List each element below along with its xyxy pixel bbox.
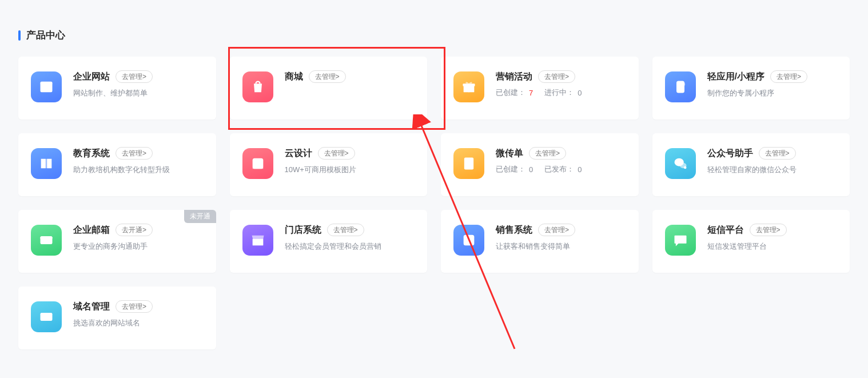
card-desc: 10W+可商用模板图片	[285, 164, 415, 176]
not-opened-badge: 未开通	[184, 210, 216, 223]
card-flyer[interactable]: 微传单 去管理> 已创建： 0 已发布： 0	[441, 133, 639, 196]
card-title: 企业网站	[73, 71, 110, 83]
card-marketing[interactable]: 营销活动 去管理> 已创建： 7 进行中： 0	[441, 57, 639, 120]
card-title: 门店系统	[285, 224, 321, 236]
card-domain[interactable]: W.= 域名管理 去管理> 挑选喜欢的网站域名	[18, 287, 216, 349]
card-title: 营销活动	[496, 71, 532, 83]
svg-rect-21	[465, 237, 472, 238]
envelope-icon	[31, 225, 62, 256]
section-title: 产品中心	[18, 29, 850, 42]
open-button[interactable]: 去开通>	[116, 224, 153, 236]
card-title: 轻应用/小程序	[707, 71, 765, 83]
card-enterprise-site[interactable]: 企业网站 去管理> 网站制作、维护都简单	[18, 57, 216, 120]
manage-button[interactable]: 去管理>	[538, 70, 575, 83]
card-title: 销售系统	[496, 224, 532, 236]
miniapp-icon	[665, 71, 696, 102]
card-mall[interactable]: 商城 去管理>	[230, 57, 428, 120]
stat-created-label: 已创建：	[496, 164, 525, 174]
card-desc: 助力教培机构数字化转型升级	[73, 164, 204, 176]
svg-point-18	[683, 166, 686, 169]
image-icon	[242, 148, 273, 179]
wechat-icon	[665, 148, 696, 179]
manage-button[interactable]: 去管理>	[327, 224, 364, 236]
card-stats: 已创建： 0 已发布： 0	[496, 164, 626, 174]
card-desc: 网站制作、维护都简单	[73, 87, 204, 99]
card-title: 云设计	[285, 148, 312, 160]
card-title: 教育系统	[73, 148, 110, 160]
card-email[interactable]: 未开通 企业邮箱 去开通> 更专业的商务沟通助手	[18, 210, 216, 273]
card-desc: 轻松搞定会员管理和会员营销	[285, 241, 415, 252]
svg-rect-24	[677, 238, 684, 240]
domain-icon: W.=	[31, 301, 62, 332]
svg-rect-13	[466, 160, 471, 161]
card-store[interactable]: 门店系统 去管理> 轻松搞定会员管理和会员营销	[230, 210, 428, 273]
manage-button[interactable]: 去管理>	[538, 224, 575, 236]
list-icon	[453, 225, 484, 256]
manage-button[interactable]: 去管理>	[318, 147, 355, 160]
svg-rect-14	[466, 162, 471, 164]
product-grid: 企业网站 去管理> 网站制作、维护都简单 商城 去管理>	[18, 57, 850, 349]
card-desc: 挑选喜欢的网站域名	[73, 317, 204, 329]
shopping-bag-icon	[242, 71, 273, 102]
manage-button[interactable]: 去管理>	[529, 147, 566, 160]
flyer-icon	[453, 148, 484, 179]
card-title: 域名管理	[73, 301, 110, 313]
svg-point-2	[42, 83, 43, 84]
manage-button[interactable]: 去管理>	[750, 224, 787, 236]
stat-created-value: 7	[529, 89, 533, 97]
card-sales[interactable]: 销售系统 去管理> 让获客和销售变得简单	[441, 210, 639, 273]
svg-rect-9	[46, 159, 47, 168]
manage-button[interactable]: 去管理>	[116, 300, 153, 313]
card-sms[interactable]: 短信平台 去管理> 短信发送管理平台	[652, 210, 850, 273]
card-title: 商城	[285, 71, 303, 83]
svg-text:W.=: W.=	[42, 315, 51, 320]
card-desc: 轻松管理自家的微信公众号	[707, 164, 838, 176]
gift-icon	[453, 71, 484, 102]
svg-point-3	[43, 83, 45, 84]
card-desc: 更专业的商务沟通助手	[73, 241, 204, 252]
svg-point-11	[254, 160, 257, 163]
card-wechat-helper[interactable]: 公众号助手 去管理> 轻松管理自家的微信公众号	[652, 133, 850, 196]
card-cloud-design[interactable]: 云设计 去管理> 10W+可商用模板图片	[230, 133, 428, 196]
stat-created-label: 已创建：	[496, 87, 525, 98]
card-edu[interactable]: 教育系统 去管理> 助力教培机构数字化转型升级	[18, 133, 216, 196]
section-title-text: 产品中心	[26, 29, 65, 42]
stat-created-value: 0	[529, 165, 533, 174]
card-title: 短信平台	[707, 224, 744, 236]
card-desc: 制作您的专属小程序	[707, 87, 838, 99]
card-stats: 已创建： 7 进行中： 0	[496, 87, 626, 98]
browser-window-icon	[31, 71, 62, 102]
manage-button[interactable]: 去管理>	[770, 70, 807, 83]
svg-rect-19	[41, 236, 53, 244]
svg-rect-23	[465, 243, 469, 244]
stat-published-value: 0	[578, 165, 582, 174]
svg-rect-22	[465, 240, 472, 241]
stat-running-label: 进行中：	[544, 87, 574, 98]
card-desc: 短信发送管理平台	[707, 241, 838, 252]
manage-button[interactable]: 去管理>	[116, 70, 153, 83]
svg-rect-25	[677, 241, 681, 242]
store-icon	[242, 225, 273, 256]
manage-button[interactable]: 去管理>	[759, 147, 796, 160]
chat-bubble-icon	[665, 225, 696, 256]
svg-point-8	[679, 82, 684, 87]
card-title: 微传单	[496, 148, 523, 160]
card-miniapp[interactable]: 轻应用/小程序 去管理> 制作您的专属小程序	[652, 57, 850, 120]
card-title: 企业邮箱	[73, 224, 110, 236]
card-title: 公众号助手	[707, 148, 753, 160]
stat-published-label: 已发布：	[544, 164, 574, 174]
svg-rect-15	[466, 165, 469, 166]
stat-running-value: 0	[578, 89, 582, 97]
card-desc: 让获客和销售变得简单	[496, 241, 626, 252]
book-icon	[31, 148, 62, 179]
manage-button[interactable]: 去管理>	[309, 70, 346, 83]
manage-button[interactable]: 去管理>	[116, 147, 153, 160]
svg-rect-6	[468, 83, 469, 92]
